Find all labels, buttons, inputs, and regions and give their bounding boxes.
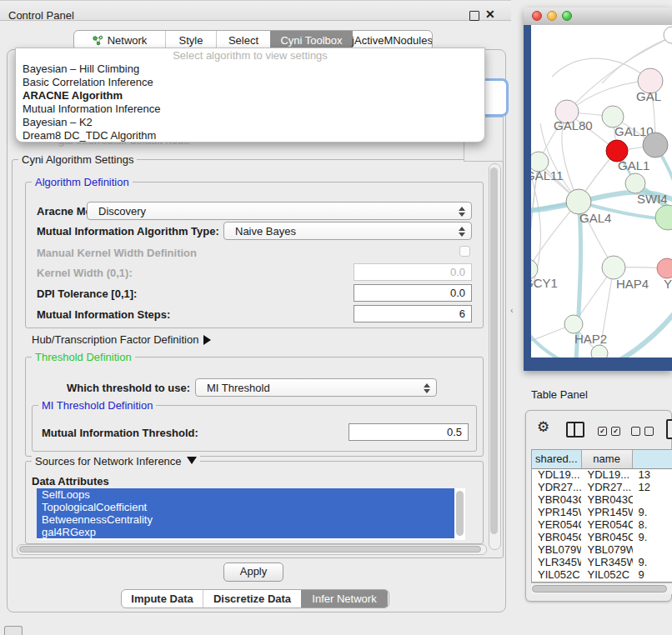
column-header-3[interactable] — [633, 450, 672, 468]
sources-legend[interactable]: Sources for Network Inference — [32, 455, 200, 468]
settings-horizontal-scrollbar-thumb[interactable] — [19, 546, 481, 552]
algorithm-dropdown-popup: Select algorithm to view settings Bayesi… — [15, 48, 485, 142]
network-window-titlebar[interactable] — [524, 8, 672, 26]
stepper-icon — [459, 226, 465, 238]
attribute-item[interactable]: SelfLoops — [37, 488, 454, 501]
algorithm-option[interactable]: Bayesian – K2 — [16, 116, 484, 129]
mac-close-button[interactable] — [532, 11, 542, 21]
column-header-1[interactable]: shared... — [532, 450, 582, 468]
hide-columns-icon[interactable] — [631, 427, 654, 436]
mi-type-label: Mutual Information Algorithm Type: — [37, 225, 219, 238]
network-node[interactable] — [655, 205, 672, 230]
table-cell: YLR345W — [581, 556, 632, 568]
table-row[interactable]: YPR145WYPR145W9. — [532, 506, 672, 518]
column-header-2[interactable]: name — [582, 450, 633, 468]
close-panel-button[interactable]: ✕ — [485, 8, 495, 21]
node-label: GAL11 — [531, 168, 564, 182]
panel-resize-handle[interactable]: ‹ — [510, 305, 514, 315]
node-label: SWI4 — [637, 192, 668, 206]
collapse-arrow-icon — [187, 457, 197, 464]
algorithm-option[interactable]: Dream8 DC_TDC Algorithm — [16, 129, 484, 142]
dpi-tolerance-field[interactable]: 0.0 — [354, 284, 472, 302]
apply-button[interactable]: Apply — [223, 562, 283, 582]
table-header-row: shared...name — [532, 450, 672, 469]
network-view-window: GALGAL80GAL10GAL1GAL11SWI4GAL4GCY1HAP4YH… — [524, 8, 672, 371]
table-cell — [633, 493, 672, 506]
attribute-item[interactable]: BetweennessCentrality — [37, 513, 454, 526]
algorithm-option[interactable]: Mutual Information Inference — [16, 102, 484, 116]
table-panel-title: Table Panel — [531, 388, 588, 401]
attribute-item[interactable]: gal4RGexp — [37, 526, 454, 538]
mi-type-combo[interactable]: Naive Bayes — [223, 222, 472, 240]
network-graph: GALGAL80GAL10GAL1GAL11SWI4GAL4GCY1HAP4YH… — [531, 25, 672, 358]
network-node-swi4[interactable] — [625, 173, 645, 193]
unchecked-box-icon — [644, 427, 654, 436]
which-threshold-value: MI Threshold — [207, 382, 270, 394]
network-node-hap2[interactable] — [564, 315, 583, 333]
mi-threshold-legend: MI Threshold Definition — [38, 399, 156, 412]
node-table: shared...name YDL19...YDL19...13YDR27...… — [531, 449, 672, 582]
network-node[interactable] — [664, 27, 672, 43]
table-row[interactable]: YBR043CYBR043C — [532, 493, 672, 506]
network-node[interactable] — [643, 132, 668, 158]
table-cell: YDL19... — [581, 468, 632, 481]
mac-zoom-button[interactable] — [562, 11, 572, 21]
kernel-width-field: 0.0 — [354, 263, 472, 281]
table-row[interactable]: YER054CYER054C8. — [532, 518, 672, 531]
settings-vertical-scrollbar-thumb[interactable] — [490, 168, 498, 534]
attribute-item[interactable]: TopologicalCoefficient — [37, 501, 454, 513]
checked-box-icon: ✓ — [611, 427, 620, 436]
bottom-tab-discretize-data[interactable]: Discretize Data — [203, 590, 301, 608]
dpi-tolerance-label: DPI Tolerance [0,1]: — [37, 288, 137, 300]
gear-icon[interactable]: ⚙ — [537, 420, 549, 434]
table-cell: YBL079W — [532, 543, 581, 556]
document-icon[interactable] — [666, 419, 672, 439]
network-node-y[interactable] — [657, 258, 672, 278]
float-panel-button[interactable] — [469, 11, 479, 21]
network-window-frame: GALGAL80GAL10GAL1GAL11SWI4GAL4GCY1HAP4YH… — [524, 25, 672, 371]
table-cell: YER054C — [581, 518, 632, 531]
table-horizontal-scrollbar-thumb[interactable] — [532, 585, 667, 592]
table-row[interactable]: YDL19...YDL19...13 — [532, 468, 672, 481]
table-cell: 9 — [633, 568, 672, 578]
screen: Control Panel ✕ NetworkStyleSelectCyni T… — [0, 0, 672, 635]
table-cell: YBR045C — [532, 531, 581, 543]
table-row[interactable]: YIL052CYIL052C9 — [532, 568, 672, 578]
algorithm-option[interactable]: ARACNE Algorithm — [16, 89, 484, 102]
algorithm-definition-legend: Algorithm Definition — [32, 176, 133, 188]
mac-minimize-button[interactable] — [547, 11, 557, 21]
network-canvas[interactable]: GALGAL80GAL10GAL1GAL11SWI4GAL4GCY1HAP4YH… — [531, 25, 672, 358]
table-row[interactable]: YBR045CYBR045C9. — [532, 531, 672, 543]
attributes-scrollbar-thumb[interactable] — [456, 491, 464, 536]
table-row[interactable]: YLR345WYLR345W9. — [532, 556, 672, 568]
bottom-tab-infer-network[interactable]: Infer Network — [301, 590, 388, 608]
network-node[interactable] — [591, 345, 608, 358]
table-row[interactable]: YBL079WYBL079W — [532, 543, 672, 556]
node-label: HAP4 — [616, 277, 649, 291]
settings-horizontal-scrollbar[interactable] — [17, 544, 487, 555]
network-node-hap4[interactable] — [602, 256, 625, 279]
split-panel-icon[interactable] — [566, 422, 584, 438]
hub-definition-label: Hub/Transcription Factor Definition — [32, 333, 198, 346]
table-row[interactable]: YDR27...YDR27...12 — [532, 481, 672, 493]
node-label: GAL — [636, 89, 661, 103]
bottom-tab-impute-data[interactable]: Impute Data — [122, 590, 203, 608]
sources-legend-label: Sources for Network Inference — [35, 455, 182, 468]
algorithm-option[interactable]: Basic Correlation Inference — [16, 76, 484, 89]
table-cell: YBR045C — [581, 531, 632, 543]
settings-vertical-scrollbar[interactable] — [489, 163, 501, 550]
algorithm-option[interactable]: Bayesian – Hill Climbing — [16, 62, 484, 76]
table-horizontal-scrollbar[interactable] — [531, 582, 672, 594]
stepper-icon — [459, 206, 465, 218]
mi-steps-field[interactable]: 6 — [354, 305, 472, 322]
table-cell: YDL19... — [532, 468, 581, 481]
hub-definition-toggle[interactable]: Hub/Transcription Factor Definition — [32, 333, 211, 346]
table-cell: YBR043C — [581, 493, 632, 506]
mi-threshold-field[interactable]: 0.5 — [349, 423, 469, 441]
minimized-panel-icon[interactable] — [4, 626, 23, 635]
aracne-mode-combo[interactable]: Discovery — [87, 202, 472, 220]
table-cell: YBR043C — [532, 493, 581, 506]
which-threshold-combo[interactable]: MI Threshold — [195, 378, 437, 397]
dropdown-items: Bayesian – Hill ClimbingBasic Correlatio… — [16, 62, 484, 142]
show-columns-icon[interactable]: ✓ ✓ — [598, 427, 620, 436]
